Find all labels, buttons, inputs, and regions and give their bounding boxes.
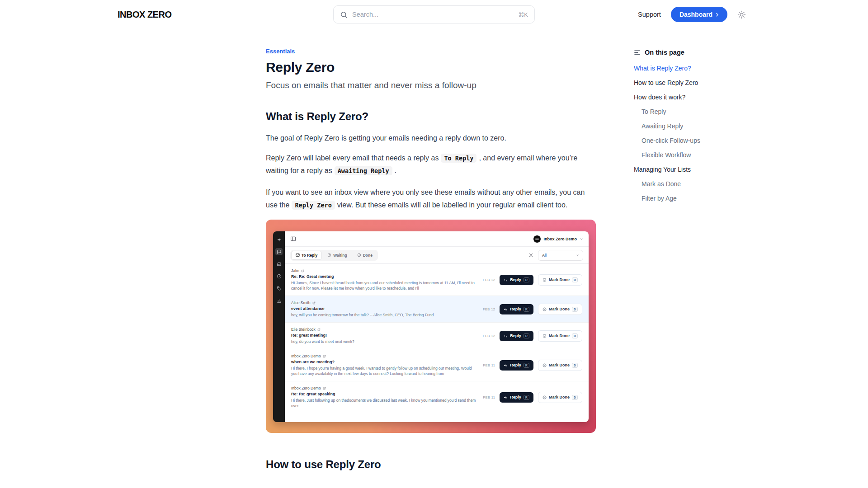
filter-select[interactable]: All (538, 250, 583, 261)
email-summary: Jake Re: Re: Great meeting Hi James, Sin… (291, 268, 483, 291)
page-title: Reply Zero (266, 60, 596, 75)
email-preview: Hi there, I hope you’re having a good we… (291, 366, 476, 376)
chevron-down-icon (580, 237, 583, 241)
reply-kbd: R (524, 363, 529, 368)
text-run: Reply Zero will label every email that n… (266, 154, 439, 162)
mail-icon (296, 253, 300, 257)
email-date: FEB 11 (483, 395, 495, 399)
clock-icon[interactable] (275, 272, 283, 280)
reply-button[interactable]: ReplyR (500, 304, 533, 314)
email-date: FEB 12 (483, 307, 495, 311)
top-nav: INBOX ZERO ⌘K Support Dashboard (0, 0, 868, 29)
done-kbd: D (572, 363, 578, 368)
list-lines-icon (634, 49, 641, 56)
inline-code-reply-zero: Reply Zero (292, 201, 335, 210)
external-link-icon[interactable] (312, 301, 316, 305)
email-row[interactable]: Inbox Zero Demo Re: Re: great speaking H… (285, 381, 589, 413)
inbox-icon[interactable] (275, 260, 283, 267)
chart-icon[interactable] (275, 297, 283, 304)
email-sender: Alice Smith (291, 300, 476, 305)
toc-item-how-does-it-work[interactable]: How does it work? (634, 93, 760, 102)
check-circle-icon (542, 395, 547, 399)
app-topbar: Inbox Zero Demo (285, 231, 589, 247)
toc-item-managing-your-lists[interactable]: Managing Your Lists (634, 165, 760, 174)
reply-button[interactable]: ReplyR (500, 392, 533, 403)
theme-toggle[interactable] (737, 10, 746, 19)
paragraph-goal: The goal of Reply Zero is getting your e… (266, 132, 596, 145)
mark-done-button[interactable]: Mark DoneD (538, 392, 582, 403)
external-link-icon[interactable] (323, 387, 326, 390)
inline-code-to-reply: To Reply (441, 154, 476, 163)
toc-item-awaiting-reply[interactable]: Awaiting Reply (634, 122, 760, 131)
app-screenshot: Inbox Zero Demo To Reply Waiting Done (266, 220, 596, 433)
email-subject: when are we meeting? (291, 360, 476, 364)
email-date: FEB 11 (483, 363, 495, 367)
email-summary: Inbox Zero Demo when are we meeting? Hi … (291, 354, 483, 376)
reply-button[interactable]: ReplyR (500, 275, 533, 285)
mark-done-button[interactable]: Mark DoneD (538, 360, 582, 371)
toc-item-flexible-workflow[interactable]: Flexible Workflow (634, 150, 760, 160)
panel-toggle-icon[interactable] (290, 236, 296, 242)
paragraph-view: If you want to see an inbox view where y… (266, 186, 596, 211)
external-link-icon[interactable] (317, 328, 321, 331)
sun-icon (737, 10, 746, 19)
reply-chat-icon[interactable] (275, 248, 283, 255)
tab-to-reply[interactable]: To Reply (291, 251, 322, 260)
sender-name: Inbox Zero Demo (291, 386, 321, 390)
reply-icon (504, 395, 508, 399)
gear-icon[interactable] (528, 253, 533, 258)
docs-page: INBOX ZERO ⌘K Support Dashboard Essentia… (0, 0, 868, 488)
search-input[interactable] (352, 11, 514, 18)
email-preview: Hi there, Just following up on thedocume… (291, 398, 476, 408)
done-kbd: D (572, 277, 578, 282)
mark-done-button[interactable]: Mark DoneD (538, 330, 582, 342)
status-tabs: To Reply Waiting Done (290, 250, 378, 261)
email-preview: hey, will you be coming tomorrow for the… (291, 312, 476, 318)
email-subject: event attendance (291, 306, 476, 311)
reply-label: Reply (510, 395, 521, 399)
email-date: FEB 12 (483, 334, 495, 338)
dashboard-button[interactable]: Dashboard (671, 7, 727, 22)
toc-item-mark-as-done[interactable]: Mark as Done (634, 179, 760, 188)
email-sender: Inbox Zero Demo (291, 386, 476, 390)
email-sender: Inbox Zero Demo (291, 354, 476, 358)
external-link-icon[interactable] (323, 355, 326, 358)
section-heading-what: What is Reply Zero? (266, 110, 596, 123)
toc-item-to-reply[interactable]: To Reply (634, 107, 760, 116)
email-row[interactable]: Jake Re: Re: Great meeting Hi James, Sin… (285, 264, 589, 296)
email-sender: Elie Steinbock (291, 327, 476, 332)
search-bar[interactable]: ⌘K (333, 5, 535, 23)
email-row[interactable]: Alice Smith event attendance hey, will y… (285, 296, 589, 322)
workspace-switcher[interactable]: Inbox Zero Demo (533, 235, 583, 243)
email-list: Jake Re: Re: Great meeting Hi James, Sin… (285, 264, 589, 422)
search-shortcut: ⌘K (518, 11, 528, 18)
reply-label: Reply (510, 333, 521, 338)
reply-button[interactable]: ReplyR (500, 331, 533, 341)
mark-done-button[interactable]: Mark DoneD (538, 304, 582, 315)
toc-item-what-is-reply-zero[interactable]: What is Reply Zero? (634, 64, 760, 73)
email-row[interactable]: Elie Steinbock Re: great meeting! hey, d… (285, 322, 589, 349)
tag-icon[interactable] (275, 285, 283, 292)
reply-kbd: R (524, 333, 529, 338)
support-link[interactable]: Support (638, 11, 661, 18)
email-row[interactable]: Inbox Zero Demo when are we meeting? Hi … (285, 349, 589, 381)
sparkle-icon[interactable] (275, 236, 283, 243)
done-kbd: D (572, 333, 578, 338)
tab-done[interactable]: Done (353, 251, 377, 260)
reply-kbd: R (524, 277, 529, 282)
app-window: Inbox Zero Demo To Reply Waiting Done (273, 231, 589, 422)
logo[interactable]: INBOX ZERO (118, 9, 171, 20)
breadcrumb[interactable]: Essentials (266, 48, 295, 55)
app-filterbar: To Reply Waiting Done All (285, 247, 589, 264)
mark-done-button[interactable]: Mark DoneD (538, 274, 582, 286)
toc-item-how-to-use[interactable]: How to use Reply Zero (634, 78, 760, 87)
app-main: Inbox Zero Demo To Reply Waiting Done (285, 231, 589, 422)
reply-button[interactable]: ReplyR (500, 360, 533, 371)
check-circle-icon (542, 363, 547, 367)
app-sidebar-rail (273, 231, 285, 422)
toc-item-one-click-follow-ups[interactable]: One-click Follow-ups (634, 136, 760, 145)
tab-waiting[interactable]: Waiting (323, 251, 351, 260)
email-preview: hey, do you want to meet next week? (291, 339, 476, 344)
external-link-icon[interactable] (301, 269, 304, 272)
toc-item-filter-by-age[interactable]: Filter by Age (634, 194, 760, 203)
